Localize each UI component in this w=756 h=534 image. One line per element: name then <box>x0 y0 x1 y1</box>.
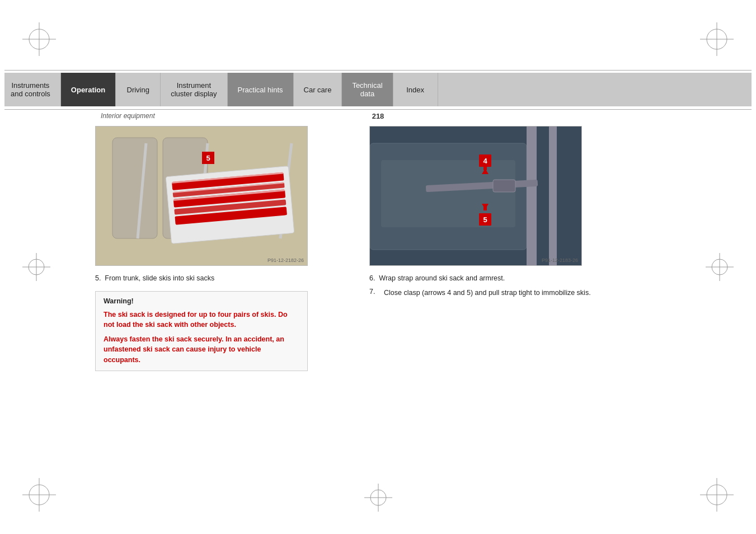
top-rule-line <box>0 70 756 71</box>
mid-left-mark <box>22 253 50 281</box>
nav-driving[interactable]: Driving <box>116 73 161 106</box>
right-text-content: 6. Wrap strap around ski sack and armres… <box>369 274 593 298</box>
warning-text-2: Always fasten the ski sack securely. In … <box>104 334 299 364</box>
nav-operation[interactable]: Operation <box>61 73 116 106</box>
navigation-bar: Instruments and controls Operation Drivi… <box>0 73 756 106</box>
image-left-caption: P91-12-2182-26 <box>267 257 304 263</box>
section-label: Interior equipment <box>101 112 155 120</box>
corner-mark-tr <box>700 22 734 56</box>
svg-rect-41 <box>527 127 537 266</box>
svg-text:5: 5 <box>483 216 487 224</box>
left-text-content: 5. From trunk, slide skis into ski sacks… <box>95 274 308 371</box>
nav-car-care[interactable]: Car care <box>294 73 342 106</box>
step-7-row: 7. Close clasp (arrows 4 and 5) and pull… <box>369 288 593 298</box>
nav-instrument-cluster-display[interactable]: Instrument cluster display <box>161 73 227 106</box>
nav-technical-data[interactable]: Technical data <box>342 73 393 106</box>
nav-index[interactable]: Index <box>393 73 438 106</box>
bottom-nav-rule <box>0 109 756 110</box>
svg-text:4: 4 <box>483 157 487 165</box>
corner-mark-br <box>700 478 734 512</box>
svg-rect-42 <box>549 127 557 266</box>
step-7-number: 7. <box>369 288 381 298</box>
nav-practical-hints[interactable]: Practical hints <box>228 73 294 106</box>
warning-text-1: The ski sack is designed for up to four … <box>104 310 299 330</box>
image-left: 5 P91-12-2182-26 <box>95 126 308 266</box>
warning-box: Warning! The ski sack is designed for up… <box>95 291 308 371</box>
armrest-illustration-svg: 4 5 <box>370 127 582 266</box>
page-number: 218 <box>372 112 384 120</box>
svg-rect-22 <box>112 138 157 238</box>
svg-rect-44 <box>493 180 515 192</box>
mid-right-mark <box>706 253 734 281</box>
nav-instruments-and-controls[interactable]: Instruments and controls <box>0 73 61 106</box>
corner-mark-tl <box>22 22 56 56</box>
warning-title: Warning! <box>104 297 299 305</box>
svg-rect-52 <box>483 205 487 210</box>
svg-rect-40 <box>381 160 515 227</box>
image-right-caption: P91-12-2183-26 <box>542 257 578 263</box>
step-6-text: 6. Wrap strap around ski sack and armres… <box>369 274 593 282</box>
ski-illustration-svg: 5 <box>96 127 308 266</box>
svg-text:5: 5 <box>206 154 210 162</box>
image-right: 4 5 P91-12-2183-26 <box>369 126 582 266</box>
bottom-mid-mark <box>364 484 392 512</box>
corner-mark-bl <box>22 478 56 512</box>
svg-rect-48 <box>483 165 487 170</box>
step-5-text: 5. From trunk, slide skis into ski sacks <box>95 274 308 282</box>
step-7-text: Close clasp (arrows 4 and 5) and pull st… <box>384 288 591 298</box>
